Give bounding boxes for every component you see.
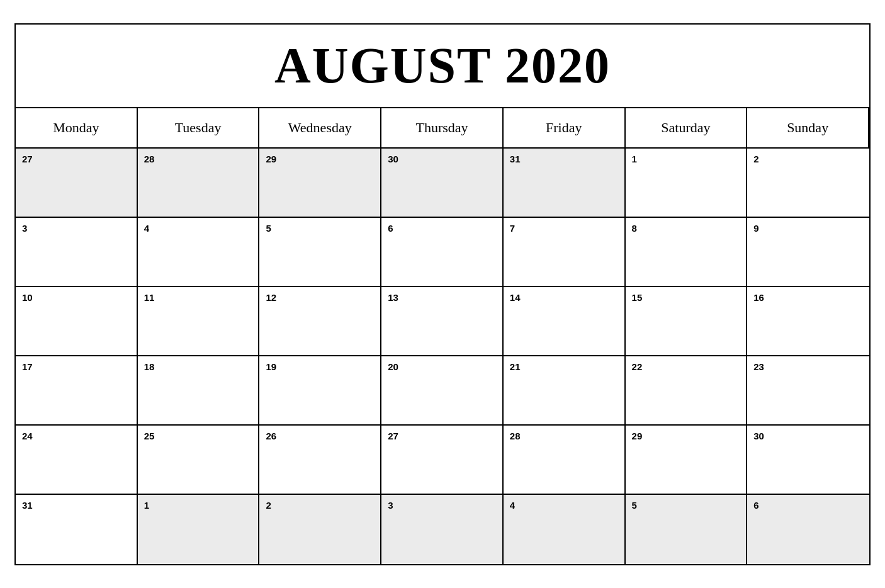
day-number: 28: [144, 154, 252, 164]
day-cell[interactable]: 27: [381, 426, 504, 495]
day-number: 4: [144, 223, 252, 234]
day-number: 23: [753, 361, 863, 372]
day-cell[interactable]: 24: [16, 426, 138, 495]
day-cell[interactable]: 6: [747, 495, 869, 564]
day-cell[interactable]: 30: [381, 149, 504, 218]
calendar: AUGUST 2020 MondayTuesdayWednesdayThursd…: [14, 23, 871, 565]
day-number: 19: [266, 361, 374, 372]
day-number: 28: [510, 431, 618, 441]
day-number: 25: [144, 431, 252, 441]
day-number: 20: [388, 361, 496, 372]
day-cell[interactable]: 10: [16, 287, 138, 356]
day-number: 16: [753, 292, 863, 303]
day-number: 18: [144, 361, 252, 372]
day-number: 21: [510, 361, 618, 372]
day-number: 12: [266, 292, 374, 303]
day-cell[interactable]: 5: [626, 495, 748, 564]
day-number: 24: [22, 431, 130, 441]
day-cell[interactable]: 13: [381, 287, 504, 356]
day-number: 11: [144, 292, 252, 303]
day-cell[interactable]: 21: [504, 356, 626, 426]
day-number: 15: [632, 292, 740, 303]
day-cell[interactable]: 4: [138, 218, 260, 287]
day-number: 1: [144, 500, 252, 511]
calendar-title: AUGUST 2020: [16, 37, 869, 94]
day-cell[interactable]: 6: [381, 218, 504, 287]
day-header-saturday: Saturday: [626, 108, 748, 149]
day-header-monday: Monday: [16, 108, 138, 149]
day-header-wednesday: Wednesday: [259, 108, 381, 149]
day-cell[interactable]: 4: [504, 495, 626, 564]
day-number: 3: [388, 500, 496, 511]
day-cell[interactable]: 12: [259, 287, 381, 356]
day-cell[interactable]: 19: [259, 356, 381, 426]
day-number: 7: [510, 223, 618, 234]
day-cell[interactable]: 31: [504, 149, 626, 218]
day-cell[interactable]: 14: [504, 287, 626, 356]
day-cell[interactable]: 27: [16, 149, 138, 218]
day-cell[interactable]: 3: [16, 218, 138, 287]
day-cell[interactable]: 31: [16, 495, 138, 564]
day-cell[interactable]: 30: [747, 426, 869, 495]
day-number: 27: [22, 154, 130, 164]
day-cell[interactable]: 29: [626, 426, 748, 495]
day-cell[interactable]: 15: [626, 287, 748, 356]
day-number: 1: [632, 154, 740, 164]
day-cell[interactable]: 28: [138, 149, 260, 218]
calendar-grid: MondayTuesdayWednesdayThursdayFridaySatu…: [16, 108, 869, 564]
day-cell[interactable]: 1: [138, 495, 260, 564]
day-number: 9: [753, 223, 863, 234]
day-cell[interactable]: 8: [626, 218, 748, 287]
day-number: 6: [388, 223, 496, 234]
day-number: 8: [632, 223, 740, 234]
day-number: 27: [388, 431, 496, 441]
day-number: 4: [510, 500, 618, 511]
day-number: 30: [388, 154, 496, 164]
day-number: 26: [266, 431, 374, 441]
day-number: 31: [22, 500, 130, 511]
day-header-thursday: Thursday: [381, 108, 504, 149]
day-cell[interactable]: 26: [259, 426, 381, 495]
day-cell[interactable]: 25: [138, 426, 260, 495]
day-cell[interactable]: 20: [381, 356, 504, 426]
day-number: 29: [266, 154, 374, 164]
day-cell[interactable]: 29: [259, 149, 381, 218]
day-cell[interactable]: 2: [747, 149, 869, 218]
calendar-header: AUGUST 2020: [16, 25, 869, 108]
day-number: 17: [22, 361, 130, 372]
day-cell[interactable]: 5: [259, 218, 381, 287]
day-number: 5: [266, 223, 374, 234]
day-number: 10: [22, 292, 130, 303]
day-number: 13: [388, 292, 496, 303]
day-number: 14: [510, 292, 618, 303]
day-header-tuesday: Tuesday: [138, 108, 260, 149]
day-number: 2: [266, 500, 374, 511]
day-header-sunday: Sunday: [747, 108, 869, 149]
day-number: 5: [632, 500, 740, 511]
day-cell[interactable]: 9: [747, 218, 869, 287]
day-cell[interactable]: 22: [626, 356, 748, 426]
day-number: 3: [22, 223, 130, 234]
day-cell[interactable]: 3: [381, 495, 504, 564]
day-cell[interactable]: 18: [138, 356, 260, 426]
day-number: 31: [510, 154, 618, 164]
day-cell[interactable]: 16: [747, 287, 869, 356]
day-cell[interactable]: 23: [747, 356, 869, 426]
day-number: 2: [753, 154, 863, 164]
day-cell[interactable]: 17: [16, 356, 138, 426]
day-cell[interactable]: 11: [138, 287, 260, 356]
day-cell[interactable]: 1: [626, 149, 748, 218]
day-cell[interactable]: 2: [259, 495, 381, 564]
day-cell[interactable]: 28: [504, 426, 626, 495]
day-cell[interactable]: 7: [504, 218, 626, 287]
day-header-friday: Friday: [504, 108, 626, 149]
day-number: 6: [753, 500, 863, 511]
day-number: 22: [632, 361, 740, 372]
day-number: 29: [632, 431, 740, 441]
day-number: 30: [753, 431, 863, 441]
